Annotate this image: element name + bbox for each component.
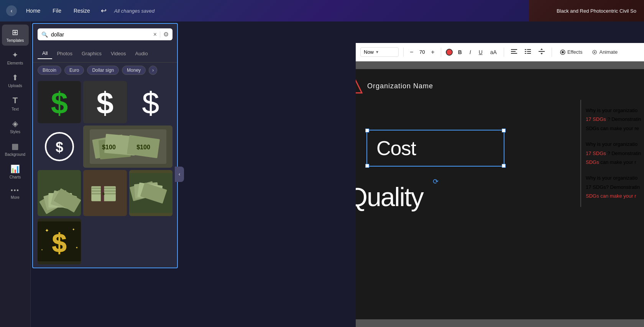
chip-bitcoin[interactable]: Bitcoin <box>38 66 61 75</box>
svg-marker-53 <box>356 79 362 93</box>
undo-button[interactable]: ↩ <box>99 5 108 17</box>
more-icon: ••• <box>11 187 20 194</box>
list-item[interactable]: $ <box>83 81 127 123</box>
tab-photos[interactable]: Photos <box>52 48 77 59</box>
side-panel: Why is your organizatio 17 SDGs ? Demons… <box>580 100 644 207</box>
list-item[interactable] <box>129 170 172 216</box>
svg-rect-39 <box>511 53 517 54</box>
svg-rect-37 <box>511 49 517 50</box>
font-name-display: Now <box>364 49 374 55</box>
autosave-status: All changes saved <box>114 8 155 14</box>
sidebar-item-elements[interactable]: ✦ Elements <box>2 47 29 68</box>
collapse-panel-button[interactable]: ‹ <box>175 167 184 182</box>
svg-rect-41 <box>527 49 531 50</box>
list-item[interactable]: $ <box>129 81 172 123</box>
sidebar-item-label: Charts <box>10 175 21 179</box>
chip-money[interactable]: Money <box>122 66 146 75</box>
svg-rect-42 <box>525 51 526 52</box>
sidebar-item-uploads[interactable]: ⬆ Uploads <box>2 70 29 91</box>
canvas-wrapper: Now ▼ − 70 + B I U aA <box>179 21 644 327</box>
handle-tr[interactable] <box>502 129 506 132</box>
sidebar-item-label: Uploads <box>8 84 22 88</box>
back-button[interactable]: ‹ <box>6 5 17 16</box>
text-color-button[interactable] <box>446 49 453 56</box>
italic-button[interactable]: I <box>467 48 473 57</box>
resize-menu[interactable]: Resize <box>71 6 93 15</box>
sidebar-item-styles[interactable]: ◈ Styles <box>2 116 29 137</box>
cost-text-box[interactable]: Cost <box>366 130 504 167</box>
handle-tl[interactable] <box>365 129 369 132</box>
chip-dollar-sign[interactable]: Dollar sign <box>87 66 119 75</box>
underline-button[interactable]: U <box>476 48 485 57</box>
sidebar-item-templates[interactable]: ⊞ Templates <box>2 25 29 46</box>
svg-text:$100: $100 <box>102 144 116 150</box>
case-button[interactable]: aA <box>488 48 499 57</box>
sidebar-item-label: Elements <box>7 61 23 65</box>
elements-icon: ✦ <box>12 50 18 59</box>
sidebar-item-label: More <box>11 195 20 200</box>
svg-text:✦: ✦ <box>76 246 78 249</box>
chips-next-button[interactable]: › <box>149 66 157 75</box>
font-size-control: − 70 + <box>408 48 436 56</box>
slide[interactable]: Organization Name Cost ⟳ <box>356 69 644 319</box>
sidebar-item-text[interactable]: T Text <box>2 92 29 114</box>
tab-videos[interactable]: Videos <box>106 48 131 59</box>
svg-text:$: $ <box>103 192 105 196</box>
list-item[interactable]: $ <box>38 126 81 168</box>
rotate-handle[interactable]: ⟳ <box>433 177 439 186</box>
filter-button[interactable]: ⚙ <box>163 31 169 38</box>
suggestion-chips: Bitcoin Euro Dollar sign Money › <box>33 63 177 78</box>
font-size-display: 70 <box>416 49 428 55</box>
svg-rect-44 <box>525 53 526 54</box>
list-button[interactable] <box>522 47 533 57</box>
side-text-block-1: Why is your organizatio 17 SDGs ? Demons… <box>586 106 644 133</box>
home-link[interactable]: Home <box>23 6 43 15</box>
charts-icon: 📊 <box>10 164 20 173</box>
svg-text:✦: ✦ <box>72 227 75 231</box>
increase-font-button[interactable]: + <box>429 48 436 56</box>
search-input[interactable] <box>51 31 150 38</box>
tab-graphics[interactable]: Graphics <box>77 48 106 59</box>
side-text-block-3: Why is your organizatio 17 SDGs? Demonst… <box>586 173 644 200</box>
styles-icon: ◈ <box>12 119 18 128</box>
effects-button[interactable]: Effects <box>557 48 586 57</box>
list-item[interactable]: $ <box>83 170 127 216</box>
filter-tabs: All Photos Graphics Videos Audio <box>33 45 177 63</box>
sidebar-item-more[interactable]: ••• More <box>2 184 29 203</box>
svg-text:$: $ <box>56 139 63 155</box>
cost-text-container[interactable]: Cost ⟳ <box>356 114 517 174</box>
text-icon: T <box>13 96 18 106</box>
canvas-area: Organization Name Cost ⟳ <box>356 43 644 327</box>
templates-icon: ⊞ <box>12 28 18 37</box>
animate-button[interactable]: Animate <box>588 48 621 57</box>
tab-all[interactable]: All <box>38 48 52 59</box>
svg-rect-45 <box>527 53 531 54</box>
handle-br[interactable] <box>502 164 506 168</box>
svg-text:$: $ <box>142 86 159 119</box>
svg-text:$: $ <box>97 86 114 119</box>
tab-audio[interactable]: Audio <box>130 48 152 59</box>
sidebar-item-background[interactable]: ▦ Background <box>2 139 29 160</box>
list-item[interactable]: $100 $100 <box>83 126 172 168</box>
font-selector[interactable]: Now ▼ <box>360 47 399 57</box>
sidebar-item-charts[interactable]: 📊 Charts <box>2 161 29 182</box>
sidebar-item-label: Styles <box>10 130 20 134</box>
svg-text:$: $ <box>51 86 68 119</box>
list-item[interactable] <box>38 170 81 216</box>
bold-button[interactable]: B <box>456 48 464 57</box>
divider-4 <box>552 48 552 57</box>
list-item[interactable]: $ $ ✦ ✦ ✦ ✦ <box>38 218 81 264</box>
search-icon: 🔍 <box>41 31 48 38</box>
align-button[interactable] <box>509 47 519 57</box>
decrease-font-button[interactable]: − <box>408 48 415 56</box>
list-item[interactable]: $ <box>38 81 81 123</box>
search-bar: 🔍 × ⚙ <box>38 28 172 40</box>
sidebar-item-label: Background <box>5 152 25 157</box>
spacing-button[interactable] <box>536 47 547 57</box>
svg-rect-46 <box>539 51 545 52</box>
chip-euro[interactable]: Euro <box>64 66 84 75</box>
svg-point-50 <box>562 51 564 53</box>
file-menu[interactable]: File <box>49 6 64 15</box>
clear-search-button[interactable]: × <box>153 31 157 38</box>
handle-bl[interactable] <box>365 164 369 168</box>
